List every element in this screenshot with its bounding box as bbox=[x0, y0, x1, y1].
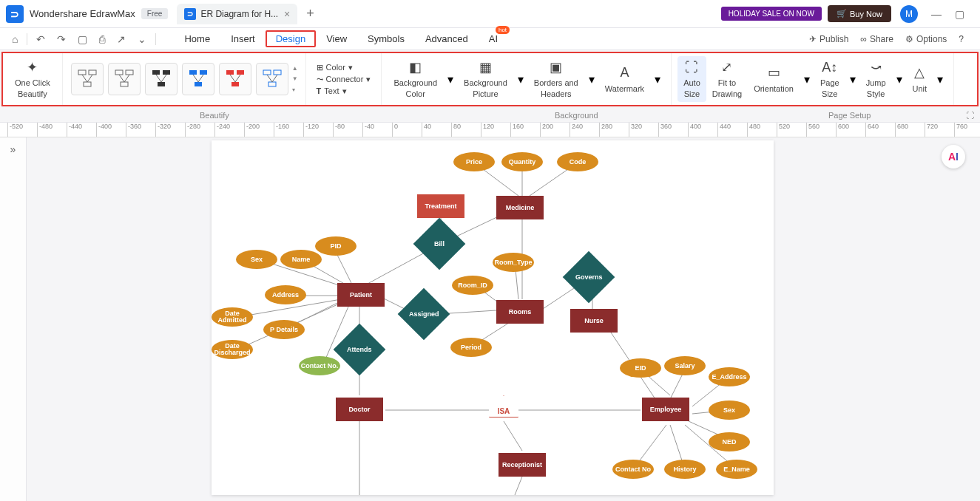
attr-emp-contact[interactable]: Contact No bbox=[612, 460, 654, 479]
attr-e-name[interactable]: E_Name bbox=[716, 460, 757, 479]
attr-room-type[interactable]: Room_Type bbox=[493, 253, 534, 272]
style-preset-4[interactable] bbox=[182, 63, 214, 95]
attr-sex[interactable]: Sex bbox=[236, 250, 277, 269]
style-down-button[interactable]: ▼ bbox=[292, 75, 298, 82]
buy-now-button[interactable]: 🛒 Buy Now bbox=[828, 5, 891, 22]
redo-button[interactable]: ↷ bbox=[51, 30, 72, 48]
unit-dropdown[interactable]: ▾ bbox=[933, 69, 947, 89]
doc-icon: ⊃ bbox=[184, 8, 196, 20]
attr-name[interactable]: Name bbox=[280, 250, 322, 269]
minimize-button[interactable]: — bbox=[931, 8, 946, 20]
canvas[interactable]: Price Quantity Code Treatment Medicine B… bbox=[27, 137, 980, 501]
help-icon: ? bbox=[959, 34, 964, 44]
entity-patient[interactable]: Patient bbox=[337, 283, 385, 307]
entity-treatment[interactable]: Treatment bbox=[417, 194, 464, 218]
auto-size-button[interactable]: ⛶Auto Size bbox=[677, 56, 706, 102]
entity-rooms[interactable]: Rooms bbox=[496, 300, 544, 324]
entity-nurse[interactable]: Nurse bbox=[570, 309, 618, 333]
background-color-button[interactable]: ◧Background Color bbox=[388, 56, 443, 102]
menu-design[interactable]: Design bbox=[266, 30, 316, 47]
style-preset-1[interactable] bbox=[71, 63, 104, 95]
style-up-button[interactable]: ▲ bbox=[292, 65, 298, 72]
attr-salary[interactable]: Salary bbox=[664, 356, 706, 375]
rel-attends[interactable]: Attends bbox=[334, 324, 386, 376]
style-preset-6[interactable] bbox=[256, 63, 288, 95]
menu-ai[interactable]: AI hot bbox=[479, 30, 508, 47]
attr-address[interactable]: Address bbox=[265, 285, 306, 304]
save-button[interactable]: ▢ bbox=[72, 30, 93, 48]
orientation-button[interactable]: ▭Orientation bbox=[748, 61, 800, 97]
close-tab-icon[interactable]: × bbox=[284, 8, 290, 20]
help-button[interactable]: ? bbox=[954, 33, 968, 46]
watermark-button[interactable]: AWatermark bbox=[599, 61, 650, 97]
one-click-beautify-button[interactable]: ✦ One Click Beautify bbox=[9, 56, 56, 102]
menu-home[interactable]: Home bbox=[174, 30, 220, 47]
style-preset-5[interactable] bbox=[219, 63, 251, 95]
attr-ned[interactable]: NED bbox=[709, 432, 750, 451]
undo-button[interactable]: ↶ bbox=[30, 30, 51, 48]
borders-dropdown[interactable]: ▾ bbox=[584, 69, 599, 89]
style-preset-3[interactable] bbox=[145, 63, 178, 95]
attr-history[interactable]: History bbox=[664, 460, 706, 479]
menu-advanced[interactable]: Advanced bbox=[415, 30, 479, 47]
user-avatar[interactable]: M bbox=[900, 5, 918, 23]
rel-assigned[interactable]: Assigned bbox=[398, 288, 450, 341]
jump-dropdown[interactable]: ▾ bbox=[892, 69, 907, 89]
attr-room-id[interactable]: Room_ID bbox=[452, 276, 493, 295]
ai-assistant-badge[interactable]: AI bbox=[942, 145, 965, 168]
unit-button[interactable]: △Unit bbox=[907, 61, 933, 97]
color-dropdown[interactable]: ⊞Color▾ bbox=[315, 62, 373, 73]
maximize-button[interactable]: ▢ bbox=[955, 8, 970, 20]
options-button[interactable]: ⚙Options bbox=[901, 33, 951, 46]
attr-price[interactable]: Price bbox=[453, 152, 495, 171]
attr-pid[interactable]: PID bbox=[315, 236, 356, 256]
home-icon[interactable]: ⌂ bbox=[6, 30, 24, 48]
rel-isa[interactable]: ISA bbox=[489, 395, 518, 418]
entity-doctor[interactable]: Doctor bbox=[336, 398, 383, 421]
section-expand-icon[interactable]: ⛶ bbox=[966, 111, 974, 120]
style-more-button[interactable]: ▾ bbox=[292, 86, 298, 93]
background-picture-button[interactable]: ▦Background Picture bbox=[458, 56, 513, 102]
entity-receptionist[interactable]: Receptionist bbox=[499, 453, 546, 477]
svg-rect-27 bbox=[268, 82, 276, 86]
connector-dropdown[interactable]: ⤳Connector▾ bbox=[315, 74, 373, 85]
export-button[interactable]: ↗ bbox=[111, 30, 132, 48]
holiday-sale-button[interactable]: HOLIDAY SALE ON NOW bbox=[721, 7, 822, 21]
orientation-dropdown[interactable]: ▾ bbox=[800, 69, 814, 89]
attr-emp-sex[interactable]: Sex bbox=[709, 401, 750, 420]
attr-date-discharged[interactable]: Date Discharged bbox=[212, 340, 253, 359]
document-tab[interactable]: ⊃ ER Diagram for H... × bbox=[177, 4, 297, 24]
attr-date-admitted[interactable]: Date Admitted bbox=[212, 307, 253, 327]
rel-governs[interactable]: Governs bbox=[563, 251, 615, 304]
rel-bill[interactable]: Bill bbox=[413, 218, 466, 270]
attr-p-details[interactable]: P Details bbox=[263, 320, 305, 339]
watermark-dropdown[interactable]: ▾ bbox=[650, 69, 665, 89]
style-preset-2[interactable] bbox=[108, 63, 141, 95]
bg-color-dropdown[interactable]: ▾ bbox=[443, 69, 458, 89]
attr-e-address[interactable]: E_Address bbox=[709, 367, 750, 386]
entity-employee[interactable]: Employee bbox=[642, 398, 689, 421]
attr-contact-no[interactable]: Contact No. bbox=[299, 356, 340, 375]
borders-headers-button[interactable]: ▣Borders and Headers bbox=[528, 56, 584, 102]
menu-insert[interactable]: Insert bbox=[220, 30, 266, 47]
attr-eid[interactable]: EID bbox=[620, 358, 661, 378]
publish-button[interactable]: ✈Publish bbox=[805, 33, 853, 46]
panel-toggle-icon[interactable]: » bbox=[10, 143, 16, 155]
add-tab-button[interactable]: + bbox=[306, 6, 314, 21]
menu-symbols[interactable]: Symbols bbox=[357, 30, 415, 47]
entity-medicine[interactable]: Medicine bbox=[496, 196, 544, 219]
jump-style-button[interactable]: ⤻Jump Style bbox=[860, 56, 892, 102]
fit-to-drawing-button[interactable]: ⤢Fit to Drawing bbox=[706, 56, 748, 102]
attr-quantity[interactable]: Quantity bbox=[501, 152, 543, 171]
menu-view[interactable]: View bbox=[316, 30, 357, 47]
text-dropdown[interactable]: TText▾ bbox=[315, 86, 373, 97]
attr-code[interactable]: Code bbox=[557, 152, 598, 171]
more-dropdown[interactable]: ⌄ bbox=[132, 30, 152, 48]
drawing-page[interactable]: Price Quantity Code Treatment Medicine B… bbox=[212, 140, 774, 495]
attr-period[interactable]: Period bbox=[450, 338, 492, 357]
share-button[interactable]: ∞Share bbox=[856, 33, 898, 46]
page-size-button[interactable]: A↕Page Size bbox=[814, 56, 845, 102]
print-button[interactable]: ⎙ bbox=[93, 30, 111, 48]
bg-picture-dropdown[interactable]: ▾ bbox=[513, 69, 528, 89]
page-size-dropdown[interactable]: ▾ bbox=[845, 69, 860, 89]
